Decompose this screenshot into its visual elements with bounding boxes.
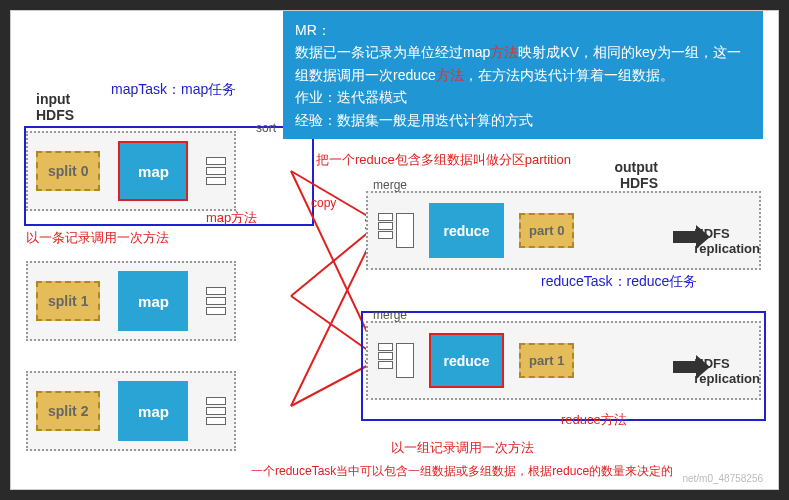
reduce-box-1: reduce [429, 333, 504, 388]
map-box-0: map [118, 141, 188, 201]
explain-line3: 经验：数据集一般是用迭代计算的方式 [295, 109, 751, 131]
per-record-label: 以一条记录调用一次方法 [26, 229, 169, 247]
diagram-page: MR： 数据已一条记录为单位经过map方法映射成KV，相同的key为一组，这一组… [10, 10, 779, 490]
merge-label-0: merge [373, 178, 407, 192]
svg-line-2 [291, 226, 376, 296]
explanation-box: MR： 数据已一条记录为单位经过map方法映射成KV，相同的key为一组，这一组… [283, 11, 763, 139]
explain-line1: 数据已一条记录为单位经过map方法映射成KV，相同的key为一组，这一组数据调用… [295, 41, 751, 86]
part-box-0: part 0 [519, 213, 574, 248]
split-box-2: split 2 [36, 391, 100, 431]
hdfs-replication-1: HDFS replication [694, 356, 760, 386]
merge-buffer-1 [378, 343, 414, 378]
map-method-label: map方法 [206, 209, 257, 227]
split-box-0: split 0 [36, 151, 100, 191]
split-group-2: split 2 map [26, 371, 236, 451]
hdfs-replication-0: HDFS replication [694, 226, 760, 256]
split-group-0: split 0 map [26, 131, 236, 211]
partition-label: 把一个reduce包含多组数据叫做分区partition [316, 151, 571, 169]
input-hdfs-label: input HDFS [36, 91, 74, 123]
per-group-label: 以一组记录调用一次方法 [391, 439, 534, 457]
sort-buffer-0 [206, 157, 226, 185]
split-box-1: split 1 [36, 281, 100, 321]
part-box-1: part 1 [519, 343, 574, 378]
sort-buffer-2 [206, 397, 226, 425]
map-box-2: map [118, 381, 188, 441]
reduce-method-label: reduce方法 [561, 411, 627, 429]
map-box-1: map [118, 271, 188, 331]
explain-line2: 作业：迭代器模式 [295, 86, 751, 108]
split-group-1: split 1 map [26, 261, 236, 341]
output-hdfs-label: output HDFS [614, 159, 658, 191]
explain-title: MR： [295, 19, 751, 41]
multi-group-label: 一个reduceTask当中可以包含一组数据或多组数据，根据reduce的数量来… [251, 463, 673, 480]
sort-buffer-1 [206, 287, 226, 315]
maptask-label: mapTask：map任务 [111, 81, 236, 99]
merge-buffer-0 [378, 213, 414, 248]
copy-label: copy [311, 196, 336, 210]
watermark: net/m0_48758256 [682, 473, 763, 484]
reducetask-label: reduceTask：reduce任务 [541, 273, 697, 291]
reduce-box-0: reduce [429, 203, 504, 258]
sort-label: sort [256, 121, 276, 135]
merge-label-1: merge [373, 308, 407, 322]
